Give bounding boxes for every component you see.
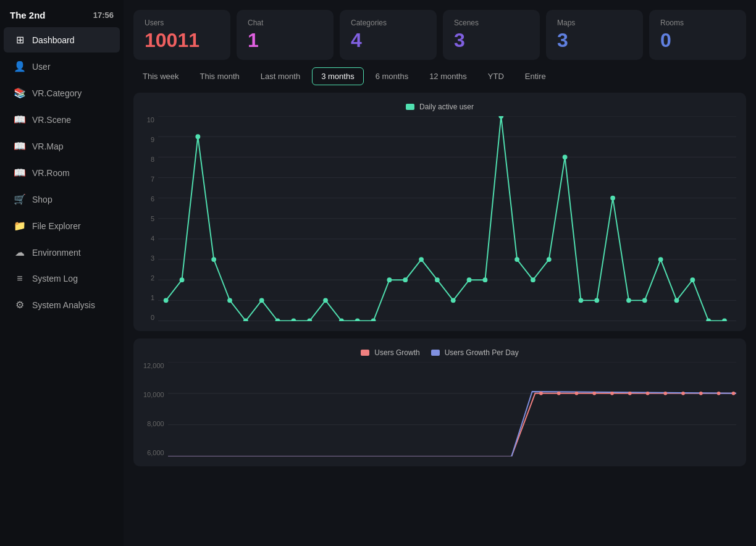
chart1-legend-dot [406,104,414,110]
sidebar-item-system-analysis[interactable]: ⚙ System Analysis [4,292,120,317]
filter-btn-entire[interactable]: Entire [516,67,555,85]
sidebar-item-label: Dashboard [32,35,75,45]
stats-row: Users 10011 Chat 1 Categories 4 Scenes 3… [133,10,746,60]
chart2-area [168,362,736,456]
chart1-svg: 01-08 01-12 01-16 01-20 01-24 01-28 02-0… [158,116,736,321]
svg-point-15 [227,298,232,303]
vr-category-icon: 📚 [14,87,26,99]
filter-btn-last-month[interactable]: Last month [251,67,309,85]
chart1-area: 01-08 01-12 01-16 01-20 01-24 01-28 02-0… [158,116,736,321]
sidebar-item-system-log[interactable]: ≡ System Log [4,266,120,291]
sidebar-item-environment[interactable]: ☁ Environment [4,240,120,265]
sidebar-item-label: Environment [32,248,81,258]
svg-point-40 [626,298,631,303]
filter-btn-6-months[interactable]: 6 months [366,67,418,85]
stat-value-chat: 1 [248,30,322,51]
svg-point-17 [259,298,264,303]
svg-point-43 [674,298,679,303]
svg-point-76 [645,392,649,395]
sidebar-item-vr-scene[interactable]: 📖 VR.Scene [4,107,120,132]
sidebar-item-label: VR.Scene [32,115,71,125]
stat-card-categories: Categories 4 [340,10,437,60]
svg-point-38 [594,298,599,303]
stat-card-users: Users 10011 [133,10,230,60]
sidebar-item-dashboard[interactable]: ⊞ Dashboard [4,27,120,52]
stat-value-scenes: 3 [454,30,529,51]
sidebar-item-label: Shop [32,195,52,204]
sidebar-item-vr-room[interactable]: 📖 VR.Room [4,160,120,185]
chart1-legend-label: Daily active user [419,103,474,111]
svg-point-32 [498,116,503,119]
dashboard-icon: ⊞ [14,34,26,46]
stat-value-maps: 3 [557,30,632,51]
vr-scene-icon: 📖 [14,114,26,125]
app-time: 17:56 [93,10,114,20]
sidebar-item-label: System Log [32,274,78,284]
filter-btn-12-months[interactable]: 12 months [420,67,476,85]
sidebar-item-shop[interactable]: 🛒 Shop [4,187,120,212]
chart2-svg [168,362,736,456]
sidebar-item-label: File Explorer [32,221,81,231]
svg-point-19 [291,319,296,321]
users-growth-per-day-dot [431,350,440,356]
vr-room-icon: 📖 [14,167,26,178]
stat-label-chat: Chat [248,19,322,27]
svg-point-26 [403,277,408,282]
sidebar-item-label: User [32,62,51,72]
environment-icon: ☁ [14,246,26,258]
svg-point-41 [642,298,647,303]
svg-point-31 [483,277,488,282]
svg-point-27 [419,257,424,262]
svg-point-74 [610,392,614,395]
sidebar-nav: ⊞ Dashboard 👤 User 📚 VR.Category 📖 VR.Sc… [0,27,124,546]
stat-card-rooms: Rooms 0 [649,10,746,60]
svg-point-73 [592,392,596,395]
svg-point-25 [387,277,392,282]
filter-row: This weekThis monthLast month3 months6 m… [133,67,746,85]
svg-point-44 [690,277,695,282]
sidebar-item-label: System Analysis [32,300,95,310]
sidebar: The 2nd 17:56 ⊞ Dashboard 👤 User 📚 VR.Ca… [0,0,124,546]
users-growth-legend-dot [361,350,369,356]
svg-point-72 [574,392,578,395]
sidebar-item-user[interactable]: 👤 User [4,54,120,79]
stat-label-scenes: Scenes [454,19,529,27]
chart2-wrapper: 12,000 10,000 8,000 6,000 [143,362,736,456]
svg-point-70 [539,392,543,395]
stat-card-chat: Chat 1 [237,10,334,60]
svg-point-45 [706,319,711,321]
sidebar-item-file-explorer[interactable]: 📁 File Explorer [4,213,120,238]
chart1-wrapper: 10 9 8 7 6 5 4 3 2 1 0 [143,116,736,321]
svg-point-29 [451,298,456,303]
sidebar-item-label: VR.Category [32,88,82,98]
svg-point-79 [699,392,703,395]
svg-point-33 [514,257,519,262]
svg-point-12 [180,277,185,282]
filter-btn-this-month[interactable]: This month [191,67,249,85]
sidebar-item-vr-category[interactable]: 📚 VR.Category [4,80,120,106]
stat-card-scenes: Scenes 3 [443,10,540,60]
sidebar-item-vr-map[interactable]: 📖 VR.Map [4,133,120,159]
svg-point-39 [610,196,615,201]
filter-btn-3-months[interactable]: 3 months [312,67,363,85]
users-growth-chart: Users Growth Users Growth Per Day 12,000… [133,338,746,466]
app-name: The 2nd [10,10,46,20]
svg-point-13 [195,134,200,139]
stat-card-maps: Maps 3 [546,10,643,60]
filter-btn-ytd[interactable]: YTD [479,67,513,85]
svg-point-80 [716,392,720,395]
svg-point-34 [531,277,536,282]
chart2-legend: Users Growth Users Growth Per Day [143,348,736,357]
users-growth-per-day-label: Users Growth Per Day [445,348,519,357]
chart1-legend: Daily active user [143,103,736,111]
svg-point-35 [547,257,552,262]
filter-btn-this-week[interactable]: This week [133,67,188,85]
stat-value-users: 10011 [145,30,219,51]
stat-value-categories: 4 [351,30,426,51]
stat-label-categories: Categories [351,19,426,27]
sidebar-item-label: VR.Map [32,141,64,151]
svg-point-24 [371,319,376,321]
svg-point-78 [681,392,685,395]
svg-point-14 [211,257,216,262]
stat-value-rooms: 0 [660,30,735,51]
